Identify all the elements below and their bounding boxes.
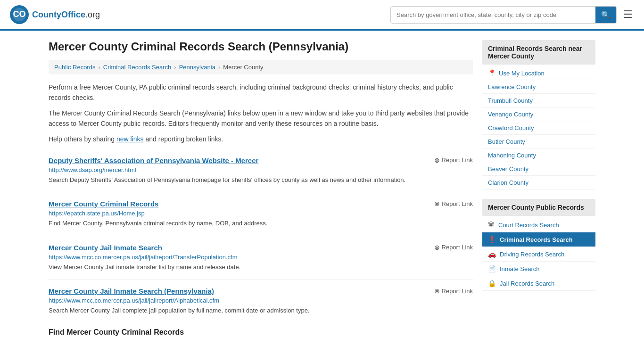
- result-title[interactable]: Deputy Sheriffs' Association of Pennsylv…: [49, 156, 258, 165]
- result-header: Mercer County Jail Inmate Search (Pennsy…: [49, 287, 473, 295]
- content-area: Mercer County Criminal Records Search (P…: [49, 40, 473, 337]
- result-title[interactable]: Mercer County Criminal Records: [49, 200, 158, 208]
- records-icon: 🔒: [488, 280, 496, 287]
- result-header: Deputy Sheriffs' Association of Pennsylv…: [49, 156, 473, 165]
- report-text: Report Link: [442, 200, 473, 207]
- report-text: Report Link: [442, 156, 473, 164]
- page-title: Mercer County Criminal Records Search (P…: [49, 40, 473, 53]
- report-icon: ⊗: [434, 287, 440, 295]
- result-url: https://www.mcc.co.mercer.pa.us/jail/jai…: [49, 297, 473, 304]
- intro-paragraph-2: The Mercer County Criminal Records Searc…: [49, 108, 473, 129]
- report-icon: ⊗: [434, 244, 440, 251]
- breadcrumb-sep-1: ›: [98, 64, 100, 71]
- public-records-title: Mercer County Public Records: [482, 199, 595, 216]
- logo-text: CountyOffice.org: [32, 10, 100, 20]
- records-icon: 🚗: [488, 250, 496, 258]
- report-text: Report Link: [442, 288, 473, 295]
- report-icon: ⊗: [434, 200, 440, 207]
- search-button[interactable]: 🔍: [595, 7, 616, 23]
- nearby-county-item[interactable]: Venango County: [482, 107, 595, 121]
- report-link[interactable]: ⊗ Report Link: [434, 200, 473, 207]
- logo-area: CO CountyOffice.org: [9, 5, 100, 25]
- nearby-county-link[interactable]: Trumbull County: [488, 97, 533, 104]
- result-desc: Search Deputy Sheriffs' Association of P…: [49, 175, 473, 185]
- nearby-county-item[interactable]: Clarion County: [482, 176, 595, 189]
- breadcrumb-current: Mercer County: [223, 64, 263, 71]
- records-link[interactable]: Criminal Records Search: [500, 236, 573, 243]
- menu-icon[interactable]: ☰: [621, 7, 635, 23]
- result-item: Deputy Sheriffs' Association of Pennsylv…: [49, 149, 473, 193]
- records-icon: 📄: [488, 265, 496, 272]
- nearby-county-item[interactable]: Crawford County: [482, 121, 595, 135]
- nearby-county-item[interactable]: Mahoning County: [482, 148, 595, 162]
- public-records-item[interactable]: 🔒 Jail Records Search: [482, 276, 595, 291]
- nearby-county-item[interactable]: Trumbull County: [482, 94, 595, 107]
- nearby-county-link[interactable]: Venango County: [488, 111, 533, 118]
- result-item: Mercer County Jail Inmate Search ⊗ Repor…: [49, 236, 473, 280]
- results-list: Deputy Sheriffs' Association of Pennsylv…: [49, 149, 473, 323]
- result-url: http://www.dsap.org/mercer.html: [49, 166, 473, 173]
- breadcrumb-sep-2: ›: [174, 64, 176, 71]
- nearby-county-item[interactable]: Lawrence County: [482, 80, 595, 94]
- breadcrumb: Public Records › Criminal Records Search…: [49, 60, 473, 74]
- records-icon: ❗: [488, 236, 496, 243]
- nearby-county-link[interactable]: Lawrence County: [488, 83, 536, 90]
- result-title[interactable]: Mercer County Jail Inmate Search: [49, 244, 162, 252]
- public-records-list: 🏛 Court Records Search ❗ Criminal Record…: [482, 218, 595, 291]
- nearby-county-link[interactable]: Mahoning County: [488, 152, 536, 159]
- records-link[interactable]: Jail Records Search: [500, 280, 554, 287]
- records-link[interactable]: Inmate Search: [500, 265, 540, 272]
- result-title[interactable]: Mercer County Jail Inmate Search (Pennsy…: [49, 287, 214, 295]
- use-location-item[interactable]: 📍 Use My Location: [482, 66, 595, 80]
- result-item: Mercer County Jail Inmate Search (Pennsy…: [49, 280, 473, 323]
- search-bar: 🔍: [390, 6, 617, 24]
- nearby-county-item[interactable]: Butler County: [482, 135, 595, 148]
- breadcrumb-public-records[interactable]: Public Records: [54, 64, 95, 71]
- report-icon: ⊗: [434, 156, 440, 164]
- nearby-county-link[interactable]: Clarion County: [488, 179, 528, 186]
- report-link[interactable]: ⊗ Report Link: [434, 156, 473, 164]
- site-header: CO CountyOffice.org 🔍 ☰: [0, 0, 644, 31]
- nearby-section: Criminal Records Search near Mercer Coun…: [482, 40, 595, 189]
- use-location-link[interactable]: Use My Location: [499, 70, 545, 77]
- breadcrumb-sep-3: ›: [218, 64, 220, 71]
- public-records-section: Mercer County Public Records 🏛 Court Rec…: [482, 199, 595, 291]
- report-link[interactable]: ⊗ Report Link: [434, 287, 473, 295]
- nearby-county-item[interactable]: Beaver County: [482, 162, 595, 176]
- report-text: Report Link: [442, 244, 473, 251]
- nearby-county-link[interactable]: Beaver County: [488, 165, 528, 173]
- nearby-county-link[interactable]: Butler County: [488, 138, 525, 145]
- intro-paragraph-1: Perform a free Mercer County, PA public …: [49, 82, 473, 103]
- intro-paragraph-3: Help others by sharing new links and rep…: [49, 134, 473, 144]
- public-records-item[interactable]: 🚗 Driving Records Search: [482, 247, 595, 262]
- result-url: https://www.mcc.co.mercer.pa.us/jail/jai…: [49, 254, 473, 261]
- result-header: Mercer County Jail Inmate Search ⊗ Repor…: [49, 244, 473, 252]
- svg-text:CO: CO: [13, 9, 26, 19]
- public-records-item[interactable]: 📄 Inmate Search: [482, 262, 595, 276]
- nearby-title: Criminal Records Search near Mercer Coun…: [482, 40, 595, 65]
- logo-icon: CO: [9, 5, 29, 25]
- result-desc: Search Mercer County Jail complete jail …: [49, 306, 473, 315]
- result-desc: View Mercer County Jail inmate transfer …: [49, 263, 473, 272]
- new-links-link[interactable]: new links: [116, 135, 144, 143]
- pin-icon: 📍: [488, 69, 496, 77]
- records-icon: 🏛: [488, 221, 495, 229]
- sidebar: Criminal Records Search near Mercer Coun…: [482, 40, 595, 337]
- find-heading: Find Mercer County Criminal Records: [49, 328, 473, 337]
- result-desc: Find Mercer County, Pennsylvania crimina…: [49, 219, 473, 228]
- search-input[interactable]: [391, 8, 595, 22]
- header-right: 🔍 ☰: [390, 6, 635, 24]
- result-item: Mercer County Criminal Records ⊗ Report …: [49, 192, 473, 236]
- nearby-list: 📍 Use My Location Lawrence CountyTrumbul…: [482, 66, 595, 189]
- public-records-item[interactable]: 🏛 Court Records Search: [482, 218, 595, 232]
- nearby-county-link[interactable]: Crawford County: [488, 124, 534, 132]
- report-link[interactable]: ⊗ Report Link: [434, 244, 473, 251]
- breadcrumb-pennsylvania[interactable]: Pennsylvania: [179, 64, 215, 71]
- result-url: https://epatch.state.pa.us/Home.jsp: [49, 210, 473, 217]
- breadcrumb-criminal-records[interactable]: Criminal Records Search: [103, 64, 172, 71]
- result-header: Mercer County Criminal Records ⊗ Report …: [49, 200, 473, 208]
- records-link[interactable]: Court Records Search: [498, 222, 559, 229]
- main-container: Mercer County Criminal Records Search (P…: [39, 31, 605, 346]
- records-link[interactable]: Driving Records Search: [500, 251, 564, 258]
- public-records-item[interactable]: ❗ Criminal Records Search: [482, 232, 595, 247]
